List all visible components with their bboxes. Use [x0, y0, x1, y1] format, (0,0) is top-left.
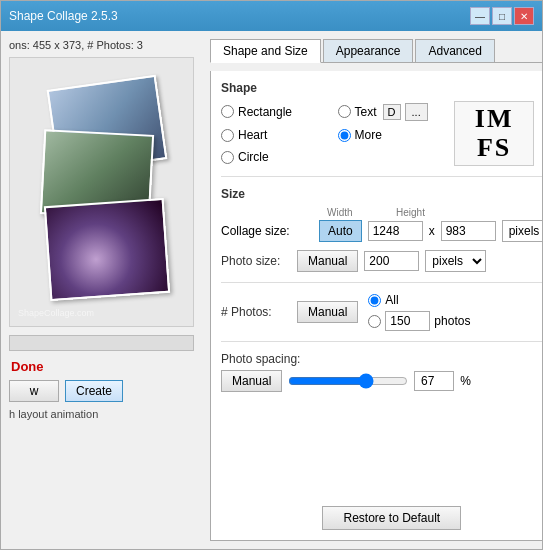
tab-bar: Shape and Size Appearance Advanced [210, 39, 542, 63]
size-section: Size Width Height Collage size: Auto x [221, 187, 542, 272]
circle-label: Circle [238, 150, 269, 164]
restore-default-button[interactable]: Restore to Default [322, 506, 461, 530]
more-radio[interactable] [338, 129, 351, 142]
progress-bar [9, 335, 194, 351]
all-label: All [385, 293, 398, 307]
watermark: ShapeCollage.com [18, 308, 94, 318]
window-title: Shape Collage 2.5.3 [9, 9, 118, 23]
count-option: photos [368, 311, 470, 331]
photos-manual-button[interactable]: Manual [297, 301, 358, 323]
width-input[interactable] [368, 221, 423, 241]
spacing-control-row: Manual % [221, 370, 542, 392]
text-option: Text D ... [338, 103, 447, 121]
photo-size-row: Photo size: Manual pixels inches cm [221, 250, 542, 272]
window-controls: — □ ✕ [470, 7, 534, 25]
spacing-manual-button[interactable]: Manual [221, 370, 282, 392]
shape-section: Shape Rectangle Text D ... [221, 81, 542, 166]
animation-text: h layout animation [9, 408, 194, 420]
restore-btn-row: Restore to Default [221, 498, 542, 530]
divider-2 [221, 282, 542, 283]
maximize-button[interactable]: □ [492, 7, 512, 25]
photo-size-label: Photo size: [221, 254, 291, 268]
divider-3 [221, 341, 542, 342]
size-section-label: Size [221, 187, 542, 201]
tab-shape-and-size[interactable]: Shape and Size [210, 39, 321, 63]
spacing-slider[interactable] [288, 373, 408, 389]
photo-size-manual-button[interactable]: Manual [297, 250, 358, 272]
photo-preview: ShapeCollage.com [9, 57, 194, 327]
main-window: Shape Collage 2.5.3 — □ ✕ ons: 455 x 373… [0, 0, 543, 550]
more-option: More [338, 128, 447, 142]
rectangle-radio[interactable] [221, 105, 234, 118]
heart-label: Heart [238, 128, 267, 142]
minimize-button[interactable]: — [470, 7, 490, 25]
preview-button[interactable]: w [9, 380, 59, 402]
left-panel: ons: 455 x 373, # Photos: 3 ShapeCollage… [1, 31, 202, 549]
photo-size-input[interactable] [364, 251, 419, 271]
spacing-section: Photo spacing: Manual % [221, 352, 542, 392]
heart-option: Heart [221, 128, 330, 142]
close-button[interactable]: ✕ [514, 7, 534, 25]
photos-radio-group: All photos [368, 293, 470, 331]
photos-count-input[interactable] [385, 311, 430, 331]
auto-button[interactable]: Auto [319, 220, 362, 242]
photos-count-label: # Photos: [221, 305, 291, 319]
rectangle-label: Rectangle [238, 105, 292, 119]
width-label: Width [327, 207, 382, 218]
photo-stack [22, 72, 182, 312]
bottom-left: Done w Create h layout animation [9, 359, 194, 420]
rectangle-option: Rectangle [221, 105, 330, 119]
photo-3 [43, 198, 169, 301]
height-input[interactable] [441, 221, 496, 241]
photos-row: # Photos: Manual All photos [221, 293, 542, 331]
info-text: ons: 455 x 373, # Photos: 3 [9, 39, 194, 51]
photos-label: photos [434, 314, 470, 328]
text-input-field[interactable]: D [383, 104, 401, 120]
spacing-label: Photo spacing: [221, 352, 313, 366]
shape-preview-chars: IM FS [475, 105, 514, 162]
pixels-select[interactable]: pixels inches cm [502, 220, 542, 242]
content-area: ons: 455 x 373, # Photos: 3 ShapeCollage… [1, 31, 542, 549]
text-more-button[interactable]: ... [405, 103, 428, 121]
done-label: Done [9, 359, 194, 374]
collage-size-label: Collage size: [221, 224, 313, 238]
photos-section: # Photos: Manual All photos [221, 293, 542, 331]
more-label: More [355, 128, 382, 142]
x-separator: x [429, 224, 435, 238]
shape-preview-box: IM FS [454, 101, 534, 166]
text-radio[interactable] [338, 105, 351, 118]
shape-grid: Rectangle Text D ... IM FS [221, 101, 542, 166]
count-radio[interactable] [368, 315, 381, 328]
panel-content: Shape Rectangle Text D ... [210, 71, 542, 541]
title-bar: Shape Collage 2.5.3 — □ ✕ [1, 1, 542, 31]
text-label: Text [355, 105, 377, 119]
divider-1 [221, 176, 542, 177]
spacing-input[interactable] [414, 371, 454, 391]
tab-advanced[interactable]: Advanced [415, 39, 494, 62]
circle-radio[interactable] [221, 151, 234, 164]
collage-size-labels-row: Width Height [221, 207, 542, 218]
create-button[interactable]: Create [65, 380, 123, 402]
photo-size-unit-select[interactable]: pixels inches cm [425, 250, 486, 272]
all-radio[interactable] [368, 294, 381, 307]
height-label: Height [396, 207, 451, 218]
heart-radio[interactable] [221, 129, 234, 142]
tab-appearance[interactable]: Appearance [323, 39, 414, 62]
spacing-row: Photo spacing: [221, 352, 542, 366]
all-option: All [368, 293, 470, 307]
bottom-buttons: w Create [9, 380, 194, 402]
shape-section-label: Shape [221, 81, 542, 95]
right-panel: Shape and Size Appearance Advanced Shape… [202, 31, 542, 549]
collage-size-row: Collage size: Auto x pixels inches cm [221, 220, 542, 242]
spacing-unit: % [460, 374, 471, 388]
circle-option: Circle [221, 150, 330, 164]
